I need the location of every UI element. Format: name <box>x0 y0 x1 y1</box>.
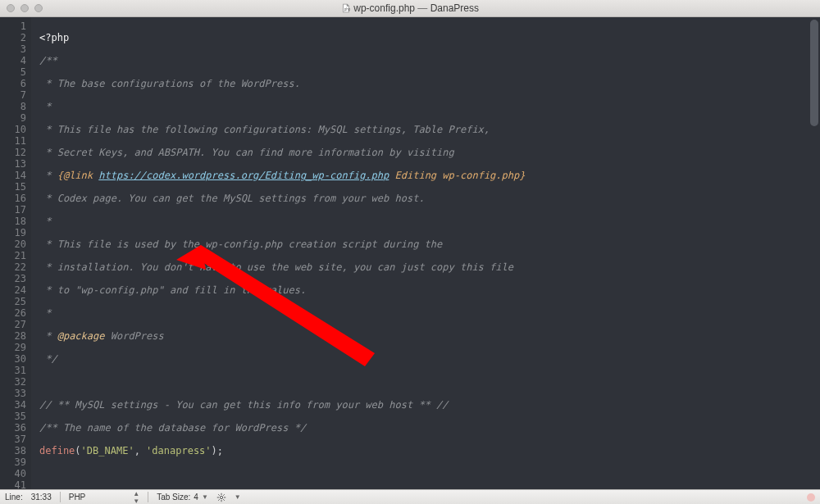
code-token: * installation. You don't have to use th… <box>39 261 513 273</box>
code-token: * This file has the following configurat… <box>39 124 490 135</box>
code-token: * Codex page. You can get the MySQL sett… <box>39 193 425 204</box>
title-filename: wp-config.php <box>353 2 415 14</box>
down-icon[interactable]: ▼ <box>235 493 241 501</box>
status-line[interactable]: Line: <box>5 493 23 502</box>
svg-line-9 <box>223 499 225 501</box>
title-sep: — <box>415 2 430 14</box>
status-line-label: Line: <box>5 493 23 502</box>
code-token: * to "wp-config.php" and fill in the val… <box>39 284 306 296</box>
separator <box>148 492 148 502</box>
settings-gear-icon[interactable] <box>216 493 226 502</box>
title-project: DanaPress <box>430 2 479 14</box>
code-token: {@link <box>57 170 99 181</box>
code-token: 'DB_NAME' <box>81 445 134 456</box>
code-token: * <box>39 216 51 227</box>
code-token: https://codex.wordpress.org/Editing_wp-c… <box>98 170 389 181</box>
code-token: <?php <box>39 32 69 43</box>
titlebar[interactable]: php wp-config.php — DanaPress <box>0 0 820 17</box>
code-token: , <box>134 445 146 456</box>
separator <box>60 492 61 502</box>
status-tabsize-label: Tab Size: <box>157 493 190 502</box>
code-token: * <box>39 170 57 181</box>
code-token: ( <box>75 445 80 456</box>
svg-line-11 <box>223 494 225 496</box>
status-line-value: 31:33 <box>31 493 52 502</box>
code-token: 'danapress' <box>146 445 211 456</box>
svg-line-8 <box>218 494 220 496</box>
editor-window: php wp-config.php — DanaPress 123456789 … <box>0 0 820 504</box>
updown-icon: ▲▼ <box>133 490 139 505</box>
svg-point-3 <box>220 496 222 498</box>
code-token: @package <box>57 330 105 342</box>
code-token: define <box>39 445 75 456</box>
status-language: PHP <box>69 493 86 502</box>
code-token: * <box>39 330 57 342</box>
code-token: * This file is used by the wp-config.php… <box>39 238 442 250</box>
vertical-scrollbar[interactable] <box>810 20 818 126</box>
zoom-dot[interactable] <box>34 4 43 12</box>
status-language-select[interactable]: PHP ▲▼ <box>69 490 139 505</box>
svg-line-10 <box>218 499 220 501</box>
status-line-value-field[interactable]: 31:33 <box>31 493 52 502</box>
status-tabsize-value: 4 <box>194 493 198 502</box>
traffic-lights <box>0 4 43 12</box>
code-token: * <box>39 101 51 112</box>
window-title: php wp-config.php — DanaPress <box>0 2 820 14</box>
line-number-gutter[interactable]: 123456789 1011121314151617 1819202122232… <box>0 17 31 489</box>
code-token: // ** MySQL settings - You can get this … <box>39 399 449 411</box>
code-token: Editing wp-config.php} <box>389 170 525 181</box>
svg-text:php: php <box>344 7 351 11</box>
minimize-dot[interactable] <box>20 4 29 12</box>
code-token: WordPress <box>104 330 163 342</box>
code-token: /** The name of the database for WordPre… <box>39 422 306 434</box>
code-token: * The base configurations of the WordPre… <box>39 78 300 89</box>
code-token: ); <box>212 445 223 456</box>
file-icon: php <box>341 3 351 13</box>
code-token: * Secret Keys, and ABSPATH. You can find… <box>39 147 454 158</box>
code-token: /** <box>39 55 57 66</box>
code-area[interactable]: <?php /** * The base configurations of t… <box>31 17 820 489</box>
status-bar: Line: 31:33 PHP ▲▼ Tab Size: 4 ▼ ▼ <box>0 489 820 504</box>
editor-area[interactable]: 123456789 1011121314151617 1819202122232… <box>0 17 820 489</box>
down-icon: ▼ <box>202 493 208 501</box>
close-dot[interactable] <box>7 4 15 12</box>
code-token: * <box>39 307 51 319</box>
record-indicator-icon[interactable] <box>807 493 815 502</box>
code-token: */ <box>39 353 57 365</box>
status-tabsize-select[interactable]: Tab Size: 4 ▼ <box>157 493 208 502</box>
